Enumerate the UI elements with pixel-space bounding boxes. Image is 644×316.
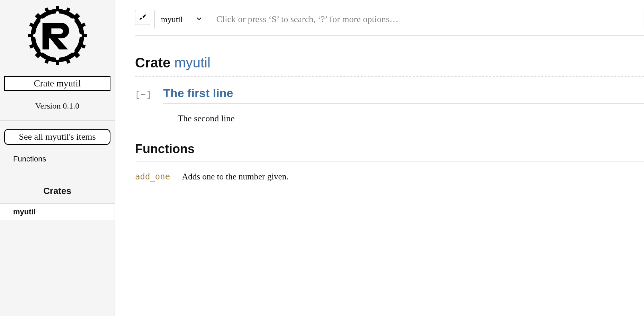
collapse-toggle[interactable]: [−] [135,90,152,100]
sidebar-crate-title: Crate myutil [4,76,110,91]
searchbar: myutil [154,10,644,29]
main-content: myutil Crate myutil [−] The first line T… [115,0,644,316]
brush-icon [139,13,146,22]
sidebar-crates-heading: Crates [0,186,115,196]
svg-point-22 [71,18,75,22]
topbar: myutil [135,10,644,29]
chevron-down-icon [197,16,202,22]
rust-logo-icon [28,6,87,65]
sidebar-crate-item[interactable]: myutil [0,204,115,220]
svg-point-18 [56,57,59,60]
function-desc: Adds one to the number given. [182,172,288,182]
svg-point-20 [78,34,82,37]
svg-rect-1 [56,6,59,12]
svg-point-17 [56,11,59,15]
divider [135,161,644,161]
svg-point-24 [71,49,75,53]
divider [135,35,644,36]
sidebar: Crate myutil Version 0.1.0 See all myuti… [0,0,115,316]
svg-point-19 [33,34,36,37]
svg-point-23 [40,49,44,53]
see-all-items-button[interactable]: See all myutil's items [4,129,110,145]
logo-wrap [0,6,115,65]
svg-rect-2 [56,59,59,65]
page-title: Crate myutil [135,55,644,71]
sidebar-version: Version 0.1.0 [0,101,115,111]
divider [0,120,115,121]
functions-heading: Functions [135,142,644,156]
sidebar-section-functions[interactable]: Functions [0,153,115,165]
svg-rect-3 [28,34,34,37]
svg-point-21 [40,18,44,22]
page-title-crate-name[interactable]: myutil [174,55,210,70]
function-row: add_one Adds one to the number given. [135,172,644,182]
doc-first-line[interactable]: The first line [163,86,644,104]
page-title-prefix: Crate [135,55,174,70]
function-link-add-one[interactable]: add_one [135,172,170,182]
divider [135,76,644,77]
crate-select[interactable]: myutil [155,10,208,29]
search-input[interactable] [208,10,644,29]
svg-rect-4 [81,34,87,37]
crate-select-value: myutil [161,15,183,24]
summary-row: [−] The first line The second line [135,86,644,140]
theme-toggle-button[interactable] [135,10,150,25]
doc-second-line: The second line [178,113,644,124]
